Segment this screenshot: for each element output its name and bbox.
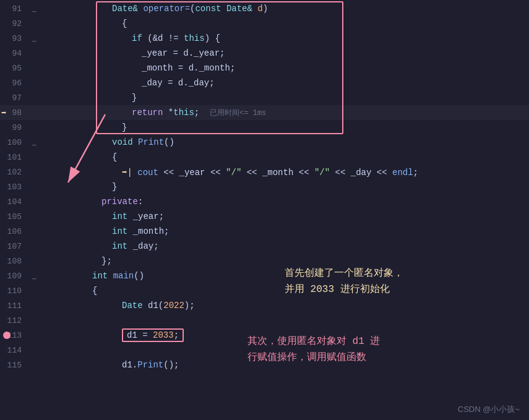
linenum-112: 112 — [0, 316, 28, 325]
svg-line-1 — [68, 114, 105, 182]
linenum-101: 101 — [0, 153, 28, 162]
linenum-115: 115 — [0, 361, 28, 370]
linenum-108: 108 — [0, 257, 28, 266]
linenum-100: 100 — [0, 138, 28, 147]
linenum-92: 92 — [0, 19, 28, 28]
csdn-credit: CSDN @小小孩~ — [458, 404, 520, 415]
fold-93[interactable]: ⎯ — [28, 35, 40, 42]
fold-109[interactable]: ⎯ — [28, 272, 40, 280]
execution-arrow: ➡ — [1, 108, 6, 118]
linenum-102: 102 — [0, 168, 28, 177]
linenum-107: 107 — [0, 242, 28, 251]
annotation-second: 其次，使用匿名对象对 d1 进行赋值操作，调用赋值函数 — [247, 334, 380, 366]
linenum-94: 94 — [0, 49, 28, 58]
editor-container: 91 ⎯ Date& operator=(const Date& d) 92 {… — [0, 0, 529, 420]
linenum-109: 109 — [0, 272, 28, 281]
linenum-105: 105 — [0, 212, 28, 221]
linenum-95: 95 — [0, 64, 28, 73]
linenum-106: 106 — [0, 227, 28, 236]
annotation-first: 首先创建了一个匿名对象，并用 2033 进行初始化 — [285, 266, 403, 298]
linenum-114: 114 — [0, 346, 28, 355]
breakpoint-113 — [3, 332, 11, 341]
fold-100[interactable]: ⎯ — [28, 139, 40, 146]
linenum-91: 91 — [0, 4, 28, 14]
annotation-arrow — [62, 111, 111, 188]
fold-91[interactable]: ⎯ — [28, 5, 40, 12]
linenum-93: 93 — [0, 34, 28, 43]
linenum-103: 103 — [0, 182, 28, 192]
linenum-97: 97 — [0, 93, 28, 103]
line-111: 111 Date d1(2022); — [0, 298, 529, 313]
linenum-99: 99 — [0, 123, 28, 132]
linenum-111: 111 — [0, 301, 28, 311]
linenum-96: 96 — [0, 79, 28, 88]
linenum-110: 110 — [0, 286, 28, 296]
linenum-104: 104 — [0, 197, 28, 207]
